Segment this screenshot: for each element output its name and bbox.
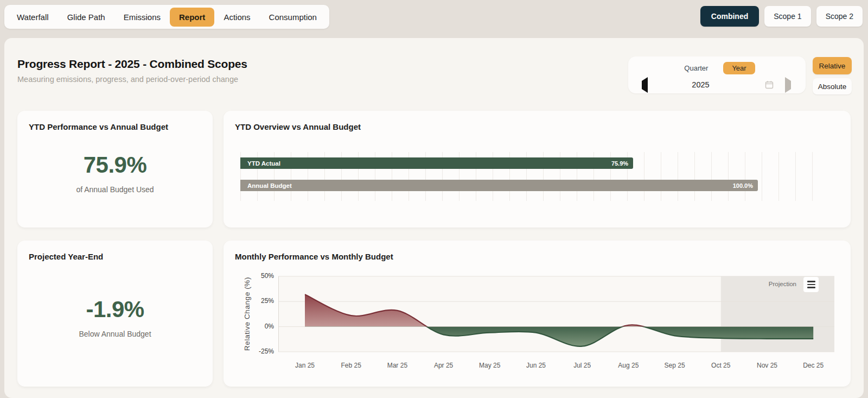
page-title: Progress Report - 2025 - Combined Scopes — [17, 58, 247, 71]
y-tick-label: 25% — [248, 297, 274, 306]
chart-menu-button[interactable] — [803, 277, 819, 292]
x-tick-label: Sep 25 — [653, 362, 697, 370]
year-option[interactable]: Year — [723, 62, 755, 74]
scope-combined-button[interactable]: Combined — [700, 6, 759, 27]
card-ytd-performance: YTD Performance vs Annual Budget 75.9% o… — [17, 111, 213, 228]
absolute-button[interactable]: Absolute — [813, 78, 852, 94]
period-picker: Quarter Year 2025 — [628, 56, 806, 93]
x-tick-label: Oct 25 — [699, 362, 743, 370]
calendar-icon[interactable] — [765, 80, 774, 89]
projected-year-end-value: -1.9% — [86, 296, 144, 323]
bar-annual-budget: Annual Budget100.0% — [240, 180, 758, 191]
y-tick-label: -25% — [248, 348, 274, 356]
scope-toggle: Combined Scope 1 Scope 2 — [700, 6, 863, 27]
bar-value-label: 75.9% — [611, 160, 628, 167]
tab-waterfall[interactable]: Waterfall — [8, 8, 58, 27]
ytd-performance-value: 75.9% — [84, 152, 147, 178]
x-tick-label: Apr 25 — [422, 362, 465, 370]
period-navigator: 2025 — [628, 78, 806, 92]
tab-glide-path[interactable]: Glide Path — [58, 8, 114, 27]
x-tick-label: Jun 25 — [514, 362, 558, 370]
menu-icon — [807, 281, 815, 282]
card-title: YTD Overview vs Annual Budget — [235, 122, 361, 131]
y-tick-label: 50% — [248, 272, 274, 281]
tab-consumption[interactable]: Consumption — [260, 8, 326, 27]
page-header: Progress Report - 2025 - Combined Scopes… — [17, 58, 247, 84]
x-tick-label: May 25 — [468, 362, 512, 370]
bar-ytd-actual: YTD Actual75.9% — [240, 157, 633, 169]
ytd-performance-caption: of Annual Budget Used — [76, 185, 154, 194]
report-panel: Progress Report - 2025 - Combined Scopes… — [4, 38, 864, 398]
ytd-overview-bar-chart: YTD Actual75.9%Annual Budget100.0% — [240, 152, 826, 201]
main-tab-bar: Waterfall Glide Path Emissions Report Ac… — [4, 5, 329, 29]
card-monthly-performance: Monthly Performance vs Monthly Budget Re… — [224, 241, 851, 387]
y-tick-label: 0% — [248, 323, 274, 331]
bar-value-label: 100.0% — [733, 182, 753, 189]
x-tick-label: Aug 25 — [607, 362, 650, 370]
card-title: Monthly Performance vs Monthly Budget — [235, 252, 393, 261]
monthly-area-chart — [278, 276, 834, 352]
period-granularity-toggle: Quarter Year — [628, 61, 806, 74]
x-tick-label: Mar 25 — [375, 362, 419, 370]
stat-content: 75.9% of Annual Budget Used — [17, 111, 213, 228]
card-ytd-overview: YTD Overview vs Annual Budget YTD Actual… — [224, 111, 851, 228]
relative-button[interactable]: Relative — [813, 57, 852, 74]
stat-content: -1.9% Below Annual Budget — [17, 241, 213, 387]
x-tick-label: Feb 25 — [329, 362, 373, 370]
projected-year-end-caption: Below Annual Budget — [79, 330, 151, 338]
x-tick-label: Jul 25 — [560, 362, 604, 370]
card-projected-year-end: Projected Year-End -1.9% Below Annual Bu… — [17, 241, 213, 387]
x-tick-label: Jan 25 — [283, 362, 327, 370]
scope-2-button[interactable]: Scope 2 — [816, 6, 863, 27]
tab-report[interactable]: Report — [170, 8, 214, 27]
x-tick-label: Dec 25 — [792, 362, 835, 370]
tab-emissions[interactable]: Emissions — [114, 8, 170, 27]
quarter-option[interactable]: Quarter — [679, 62, 713, 74]
bar-category-label: Annual Budget — [247, 182, 292, 189]
page-subtitle: Measuring emissions, progress, and perio… — [17, 75, 247, 84]
projection-label: Projection — [731, 281, 796, 287]
next-arrow-icon — [785, 77, 791, 93]
tab-actions[interactable]: Actions — [214, 8, 259, 27]
next-period-button[interactable] — [785, 81, 791, 89]
x-tick-label: Nov 25 — [745, 362, 789, 370]
bar-category-label: YTD Actual — [247, 160, 280, 167]
period-value: 2025 — [628, 80, 773, 89]
scope-1-button[interactable]: Scope 1 — [764, 6, 810, 27]
